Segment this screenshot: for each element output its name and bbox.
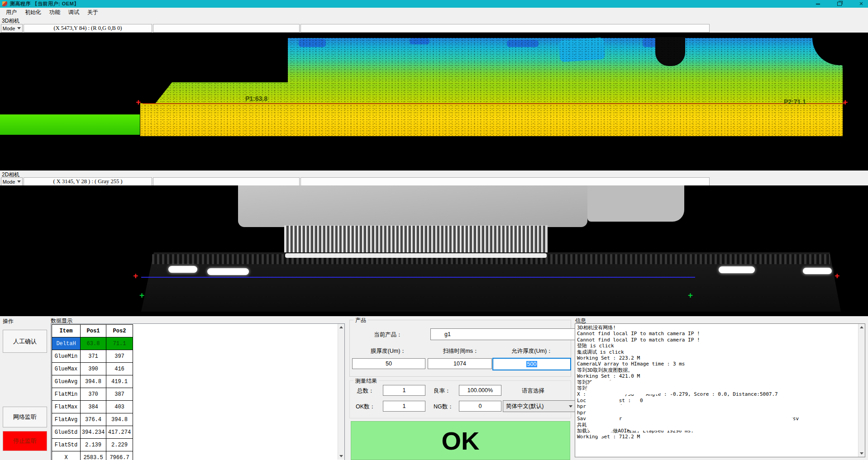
scan-time-label: 扫描时间ms： [428,347,494,355]
table-row[interactable]: GlueStd 394.234 417.274 [52,426,133,439]
minimize-button[interactable] [813,0,823,7]
ok-count-input[interactable]: 1 [383,401,425,412]
network-listen-label: 网络监听 [13,413,37,421]
camera2d-mode-button[interactable]: Mode [1,177,23,186]
network-listen-button[interactable]: 网络监听 [3,407,47,427]
cell-item: FlatMin [52,388,81,401]
glue-blob [719,266,755,273]
menu-bar: 用户初始化功能调试关于 [0,8,868,17]
menu-item[interactable]: 调试 [64,8,83,17]
glue-blob [168,266,197,273]
ok-count-value: 1 [403,403,406,409]
table-row[interactable]: GlueMin 371 397 [52,350,133,363]
menu-item[interactable]: 用户 [2,8,21,17]
menu-item[interactable]: 关于 [83,8,102,17]
manual-confirm-button[interactable]: 人工确认 [3,330,47,353]
camera3d-toolbar-box-2 [300,24,710,33]
table-row[interactable]: GlueMax 390 416 [52,363,133,375]
p1-measure-label: P1:63.8 [245,95,267,102]
table-row[interactable]: DeltaH 63.8 71.1 [52,337,133,350]
cell-item: FlatStd [52,439,81,451]
cell-item: DeltaH [52,337,81,350]
log-scrollbar[interactable] [858,324,865,457]
heightmap-3d-view[interactable]: + + P1:63.8 P2:71.1 [0,33,868,171]
menu-item[interactable]: 初始化 [21,8,45,17]
total-input[interactable]: 1 [383,385,425,396]
language-select-label: 语言选择 [522,387,544,395]
heightmap-left-strip [0,114,140,135]
scroll-up-icon[interactable] [858,324,865,331]
grayscale-2d-view[interactable]: + + + + [0,185,868,316]
results-groupbox: 测量结果 总数： 1 良率： 100.000% 语言选择 OK数： 1 NG数：… [349,380,571,418]
allowed-thickness-value: 500 [526,361,538,367]
scroll-down-icon[interactable] [858,450,865,457]
cell-item: GlueMax [52,363,81,375]
measurement-table: Item Pos1 Pos2 DeltaH 63.8 71.1 GlueMin [52,324,133,460]
chevron-down-icon [17,27,21,29]
scroll-down-icon[interactable] [338,453,344,460]
current-product-input[interactable]: g1 [430,328,583,340]
camera2d-mode-label: Mode [3,179,15,185]
film-thickness-label: 膜厚度(Um)： [352,347,424,355]
product-results-panel: 产品 当前产品： g1 膜厚度(Um)： 扫描时间ms： 允许厚度(Um)： 5… [348,316,571,460]
camera3d-mode-button[interactable]: Mode [1,24,23,33]
log-line: CameraLV array to HImage time : 3 ms [577,361,865,367]
scan-time-input[interactable]: 1074 [428,358,492,369]
cell-pos1: 390 [81,363,106,375]
table-row[interactable]: FlatMin 370 387 [52,388,133,401]
data-display-area: Item Pos1 Pos2 DeltaH 63.8 71.1 GlueMin [51,323,345,460]
minimize-icon [816,4,820,5]
yield-input[interactable]: 100.000% [459,385,501,396]
chevron-down-icon [17,180,21,183]
marker-cross-red-right: + [835,273,839,279]
film-thickness-input[interactable]: 50 [352,358,425,369]
table-scrollbar[interactable] [338,324,344,460]
allowed-thickness-input[interactable]: 500 [492,358,571,370]
cell-pos1: 2.139 [81,439,106,451]
redaction-blob [625,415,794,431]
cell-pos1: 394.234 [81,426,106,439]
cell-item: X [52,451,81,460]
table-row[interactable]: FlatMax 384 403 [52,401,133,413]
camera3d-pixel-readout: (X 5473,Y 84) : (R 0,G 0,B 0) [24,24,152,33]
data-display-panel: 数据显示 Item Pos1 Pos2 DeltaH 63.8 71.1 [50,316,345,460]
cell-pos1: 376.4 [81,413,106,426]
glue-blob [207,268,249,275]
manual-confirm-label: 人工确认 [13,337,37,346]
result-status-banner: OK [351,421,570,460]
stop-listen-label: 停止监听 [13,437,37,445]
table-row[interactable]: GlueAvg 394.8 419.1 [52,375,133,388]
camera3d-toolbar-box-1 [153,24,300,33]
camera2d-toolbar-box-1 [153,177,300,186]
connector-bottom-glow [285,253,547,258]
marker-cross-red-left: + [136,99,141,105]
close-button[interactable]: ✕ [856,0,866,7]
log-line: 集成调试 is click [577,349,865,355]
cell-pos2: 419.1 [106,375,133,388]
redaction-blob [606,380,663,394]
current-product-value: g1 [444,331,451,337]
menu-item[interactable]: 功能 [45,8,64,17]
camera2d-pixel-readout: ( X 3145, Y 28 ) : ( Gray 255 ) [24,177,152,186]
film-thickness-value: 50 [386,360,392,367]
language-dropdown[interactable]: 简体中文(默认) [503,400,576,412]
log-line: LocateLi st : 0 [577,398,865,403]
language-dropdown-value: 简体中文(默认) [506,403,544,410]
chevron-down-icon [569,405,572,408]
yield-label: 良率： [434,387,451,395]
heightmap-noise-overlay [140,37,843,137]
scroll-up-icon[interactable] [338,324,344,331]
cell-pos2: 394.8 [106,413,133,426]
stop-listen-button[interactable]: 停止监听 [3,431,47,451]
p2-measure-label: P2:71.1 [784,98,806,105]
table-row[interactable]: FlatStd 2.139 2.229 [52,439,133,451]
log-line: Working Set : 421.0 M [577,373,865,379]
log-line: 登陆 is click [577,343,865,349]
table-row[interactable]: X 2583.5 7966.7 [52,451,133,460]
restore-button[interactable] [835,0,844,7]
table-row[interactable]: FlatAvg 376.4 394.8 [52,413,133,426]
ng-count-input[interactable]: 0 [459,401,501,412]
cell-item: FlatAvg [52,413,81,426]
allowed-thickness-label: 允许厚度(Um)： [495,347,569,355]
log-line: 等到3D取到灰度图数据。 [577,367,865,373]
